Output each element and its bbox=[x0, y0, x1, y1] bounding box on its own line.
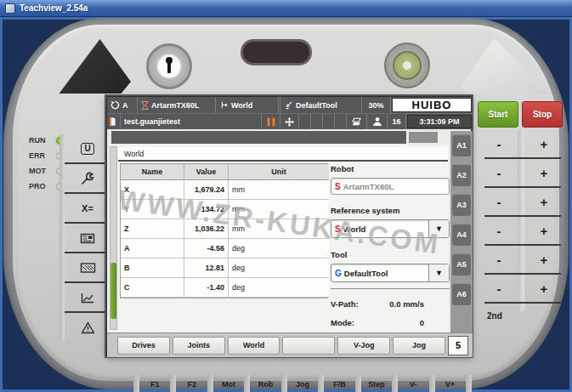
row-x-name: X bbox=[121, 180, 184, 200]
led-label-mot: MOT bbox=[29, 167, 53, 175]
warning-icon bbox=[81, 321, 95, 334]
message-key-button[interactable] bbox=[68, 316, 107, 338]
reference-cell[interactable]: World bbox=[216, 97, 279, 113]
row-c-unit: deg bbox=[229, 278, 329, 298]
scrollbar-thumb[interactable] bbox=[110, 263, 116, 319]
robot-field[interactable]: S ArtarmTX60L bbox=[331, 178, 450, 195]
message-bar bbox=[111, 131, 406, 144]
pendant-screen: A ArtarmTX60L World bbox=[106, 96, 472, 356]
v-minus-button[interactable]: V- bbox=[398, 380, 428, 389]
program-file-icon bbox=[109, 116, 116, 127]
jog-divider bbox=[484, 244, 561, 246]
user-cell[interactable] bbox=[367, 114, 388, 129]
rob-button[interactable]: Rob bbox=[250, 380, 280, 389]
editor-key-button[interactable] bbox=[68, 227, 107, 249]
pause-icon bbox=[267, 117, 275, 127]
tab-drives[interactable]: Drives bbox=[117, 337, 170, 355]
window-icon bbox=[5, 3, 15, 14]
tab-jog[interactable]: Jog bbox=[393, 337, 445, 355]
jog-button[interactable]: Jog bbox=[287, 380, 318, 389]
layers-cell[interactable] bbox=[347, 114, 367, 129]
vpath-value: 0.0 mm/s bbox=[371, 299, 424, 309]
row-z-unit: mm bbox=[229, 219, 329, 239]
jog-plus-a4[interactable]: + bbox=[530, 220, 558, 241]
f2-button[interactable]: F2 bbox=[176, 380, 207, 389]
setup-key-button[interactable] bbox=[68, 168, 107, 190]
led-label-pro: PRO bbox=[29, 182, 53, 190]
jog-minus-a4[interactable]: - bbox=[484, 220, 513, 241]
reference-prefix: S bbox=[335, 224, 341, 234]
jog-divider bbox=[484, 186, 561, 188]
col-header-name: Name bbox=[121, 164, 184, 180]
mot-button[interactable]: Mot bbox=[213, 380, 244, 389]
world-frame-icon bbox=[219, 100, 229, 110]
fkey-divider bbox=[355, 374, 361, 392]
step-button[interactable]: Step bbox=[361, 380, 392, 389]
mode-icon bbox=[110, 100, 120, 110]
tab-world[interactable]: World bbox=[228, 337, 280, 355]
mode-key-switch[interactable] bbox=[146, 43, 192, 89]
pause-cell[interactable] bbox=[262, 114, 280, 129]
page-indicator: 5 bbox=[448, 336, 468, 355]
jog-plus-a3[interactable]: + bbox=[530, 191, 558, 212]
row-a-name: A bbox=[121, 239, 184, 258]
reference-label: Reference system bbox=[331, 206, 450, 215]
mode-cell[interactable]: A bbox=[107, 97, 138, 113]
axis-label-a3: A3 bbox=[452, 194, 471, 216]
speaker-slot bbox=[241, 39, 312, 65]
fb-button[interactable]: F/B bbox=[324, 380, 354, 389]
window-titlebar[interactable]: Teachview_2.54a bbox=[0, 0, 572, 17]
left-key-divider bbox=[65, 311, 107, 313]
emergency-stop-button[interactable] bbox=[384, 43, 430, 88]
speaker-slot-inner bbox=[243, 42, 309, 63]
jog-minus-a6[interactable]: - bbox=[484, 278, 513, 298]
chart-key-button[interactable] bbox=[68, 287, 107, 309]
row-y-value: -134.72 bbox=[184, 200, 229, 219]
row-z-name: Z bbox=[121, 219, 184, 239]
fkey-divider bbox=[207, 374, 213, 392]
jog-divider bbox=[484, 157, 561, 159]
tool-cell[interactable]: DefaultTool bbox=[280, 97, 362, 113]
row-a-unit: deg bbox=[229, 239, 329, 258]
stop-button[interactable]: Stop bbox=[522, 101, 563, 128]
tool-dropdown[interactable]: G DefaultTool ▼ bbox=[331, 264, 450, 282]
jog-plus-a1[interactable]: + bbox=[530, 134, 558, 154]
jog-mode-cell[interactable] bbox=[280, 114, 299, 129]
fkey-divider bbox=[429, 374, 435, 392]
tool-icon bbox=[284, 100, 293, 110]
fkey-divider bbox=[318, 374, 324, 392]
robot-cell[interactable]: ArtarmTX60L bbox=[138, 97, 216, 113]
fkey-divider bbox=[392, 374, 398, 392]
override-value: 30% bbox=[368, 101, 383, 110]
jog-plus-a6[interactable]: + bbox=[530, 278, 558, 298]
keyboard-key-button[interactable] bbox=[68, 257, 107, 279]
jog-minus-a5[interactable]: - bbox=[484, 249, 513, 270]
jog-minus-a2[interactable]: - bbox=[484, 162, 513, 183]
tab-blank bbox=[282, 337, 335, 355]
jog-plus-a5[interactable]: + bbox=[530, 249, 558, 270]
robot-name: ArtarmTX60L bbox=[151, 101, 200, 110]
user-icon bbox=[372, 116, 382, 127]
jog-minus-a1[interactable]: - bbox=[484, 134, 513, 154]
tab-vjog[interactable]: V-Jog bbox=[337, 337, 390, 355]
empty-cell bbox=[299, 114, 311, 129]
program-name-cell[interactable]: test.guanjietest bbox=[121, 114, 262, 129]
tab-joints[interactable]: Joints bbox=[173, 337, 225, 355]
start-button[interactable]: Start bbox=[478, 101, 518, 128]
override-cell[interactable]: 30% bbox=[362, 97, 391, 113]
mode-value: A bbox=[122, 101, 128, 110]
user-key-button[interactable]: U bbox=[68, 138, 107, 160]
empty-cell bbox=[335, 114, 347, 129]
jog-minus-a3[interactable]: - bbox=[484, 191, 513, 212]
variable-key-button[interactable]: X= bbox=[68, 197, 107, 219]
f1-button[interactable]: F1 bbox=[139, 380, 170, 389]
jog-plus-a2[interactable]: + bbox=[530, 162, 558, 183]
reference-dropdown[interactable]: S World ▼ bbox=[331, 219, 450, 238]
v-plus-button[interactable]: V+ bbox=[435, 380, 466, 389]
wrench-icon bbox=[80, 171, 95, 186]
second-function-button[interactable]: 2nd bbox=[487, 311, 502, 321]
empty-cell bbox=[323, 114, 335, 129]
row-y-name: Y bbox=[121, 200, 184, 219]
axis-label-a1: A1 bbox=[452, 134, 471, 156]
col-header-value: Value bbox=[184, 164, 229, 180]
